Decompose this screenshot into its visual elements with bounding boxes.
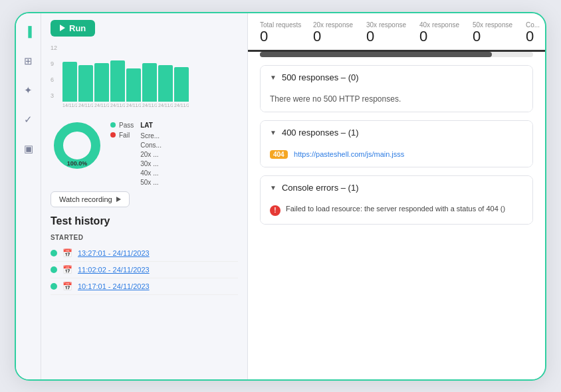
stat-co-label: Co... <box>526 21 540 29</box>
stat-50x-value: 0 <box>473 29 481 45</box>
accordion-console-header[interactable]: ▼ Console errors – (1) <box>261 176 532 199</box>
legend-pass: Pass <box>110 122 134 129</box>
chart-bar-5 <box>126 68 141 102</box>
lat-title: LAT <box>140 122 238 129</box>
stat-cons: Cons... <box>140 142 238 149</box>
fail-dot <box>110 132 116 138</box>
table-row: 📅 13:27:01 - 24/11/2023 <box>51 245 238 262</box>
calendar-icon-3: 📅 <box>62 282 72 291</box>
test-history-link-1[interactable]: 13:27:01 - 24/11/2023 <box>78 249 150 257</box>
badge-url[interactable]: https://pasteshell.com/js/main.jsss <box>294 150 404 158</box>
stat-total-requests-label: Total requests <box>260 21 301 29</box>
chart-bar-3 <box>94 63 109 102</box>
fail-label: Fail <box>119 132 130 139</box>
watch-recording-label: Watch recording <box>59 195 112 203</box>
accordion-console: ▼ Console errors – (1) ! Failed to load … <box>260 175 533 225</box>
left-panel: Run 12 9 6 3 14/11/23 <box>41 13 247 379</box>
accordion-400-header[interactable]: ▼ 400 responses – (1) <box>261 121 532 144</box>
stat-50x-label: 50x response <box>473 21 512 29</box>
stat-20x: 20x ... <box>140 151 238 158</box>
sidebar-icon-settings[interactable]: ✦ <box>21 82 37 98</box>
error-text: Failed to load resource: the server resp… <box>286 205 505 213</box>
legend-fail: Fail <box>110 132 134 139</box>
accordion-500-header[interactable]: ▼ 500 responses – (0) <box>261 66 532 89</box>
error-row: ! Failed to load resource: the server re… <box>270 205 523 216</box>
stat-20x: 20x response 0 <box>313 21 366 45</box>
chart-x-labels: 14/11/23 24/11/23 24/11/23 24/11/23 24/1… <box>62 103 238 108</box>
chart-area: 12 9 6 3 14/11/23 24/11/23 24/11/23 24/1… <box>41 41 247 114</box>
main-card: ▐ ⊞ ✦ ✓ ▣ Run 12 9 6 3 <box>15 12 546 381</box>
table-row: 📅 11:02:02 - 24/11/2023 <box>51 262 238 278</box>
status-dot-1 <box>51 250 57 256</box>
stat-screen: Scre... <box>140 132 238 140</box>
run-button[interactable]: Run <box>51 20 95 37</box>
stat-50x: 50x response 0 <box>473 21 526 45</box>
chart-bar-6 <box>142 63 157 102</box>
accordion-400-body: 404 https://pasteshell.com/js/main.jsss <box>261 144 532 167</box>
accordion-400: ▼ 400 responses – (1) 404 https://pastes… <box>260 120 533 167</box>
stats-header-row: Total requests 0 20x response 0 30x resp… <box>248 13 545 52</box>
test-history-col-header: STARTED <box>51 234 238 241</box>
stat-30x-value: 0 <box>366 29 374 45</box>
stat-40x: 40x ... <box>140 169 238 177</box>
sidebar-icon-bar-chart[interactable]: ▐ <box>21 24 37 40</box>
status-dot-2 <box>51 266 57 273</box>
run-bar: Run <box>41 13 247 41</box>
donut-label: 100.0% <box>67 160 88 167</box>
stat-40x-label: 40x response <box>419 21 459 29</box>
stat-20x-label: 20x response <box>313 21 353 29</box>
donut-row: 100.0% Pass Fail LAT Scre... Cons... 20x… <box>41 114 247 186</box>
stat-40x-value: 0 <box>419 29 427 45</box>
chevron-down-icon: ▼ <box>270 74 277 81</box>
accordion-400-title: 400 responses – (1) <box>282 128 359 138</box>
calendar-icon-1: 📅 <box>62 248 72 258</box>
stat-total-requests-value: 0 <box>260 29 268 45</box>
error-badge: ! <box>270 205 280 216</box>
status-dot-3 <box>51 283 57 290</box>
lat-stats: LAT Scre... Cons... 20x ... 30x ... 40x … <box>140 122 238 186</box>
test-history-link-2[interactable]: 11:02:02 - 24/11/2023 <box>78 266 150 274</box>
chart-bar-7 <box>158 65 173 102</box>
accordion-500: ▼ 500 responses – (0) There were no 500 … <box>260 65 533 112</box>
sidebar: ▐ ⊞ ✦ ✓ ▣ <box>16 13 41 379</box>
calendar-icon-2: 📅 <box>62 265 72 274</box>
test-history-title: Test history <box>51 215 238 227</box>
accordion-500-title: 500 responses – (0) <box>282 72 359 82</box>
scroll-bar[interactable] <box>260 52 533 57</box>
legend-area: Pass Fail <box>110 122 134 139</box>
donut-chart: 100.0% <box>51 119 104 172</box>
play-icon <box>60 25 65 31</box>
chevron-down-icon: ▼ <box>270 129 277 136</box>
table-row: 📅 10:17:01 - 24/11/2023 <box>51 278 238 295</box>
stat-co-value: 0 <box>526 29 534 45</box>
chart-bar-4 <box>110 60 125 102</box>
chart-y-labels: 12 9 6 3 <box>51 45 57 99</box>
stat-total-requests: Total requests 0 <box>260 21 313 45</box>
stat-40x: 40x response 0 <box>419 21 473 45</box>
sidebar-icon-check[interactable]: ✓ <box>21 112 37 128</box>
watch-row: Watch recording <box>41 186 247 207</box>
test-history-link-3[interactable]: 10:17:01 - 24/11/2023 <box>78 282 150 290</box>
sidebar-icon-layers[interactable]: ⊞ <box>21 53 37 69</box>
chart-bars <box>62 49 238 102</box>
stat-30x: 30x response 0 <box>366 21 419 45</box>
chevron-down-icon: ▼ <box>270 184 277 191</box>
run-button-label: Run <box>69 23 86 33</box>
watch-recording-button[interactable]: Watch recording <box>51 191 130 207</box>
chart-bar-1 <box>62 62 77 102</box>
pass-dot <box>110 122 116 128</box>
accordion-500-body: There were no 500 HTTP responses. <box>261 89 532 112</box>
stat-co: Co... 0 <box>526 21 545 45</box>
scroll-thumb <box>260 52 492 57</box>
sidebar-icon-monitor[interactable]: ▣ <box>21 141 37 157</box>
watch-play-icon <box>116 197 121 202</box>
chart-bar-2 <box>78 65 93 102</box>
right-panel: Total requests 0 20x response 0 30x resp… <box>247 13 545 379</box>
test-history-section: Test history STARTED 📅 13:27:01 - 24/11/… <box>41 207 247 379</box>
accordion-console-title: Console errors – (1) <box>282 183 359 193</box>
stat-50x: 50x ... <box>140 179 238 186</box>
stat-20x-value: 0 <box>313 29 321 45</box>
svg-point-1 <box>58 127 96 164</box>
chart-bar-8 <box>174 67 189 102</box>
accordion-500-text: There were no 500 HTTP responses. <box>270 94 401 104</box>
